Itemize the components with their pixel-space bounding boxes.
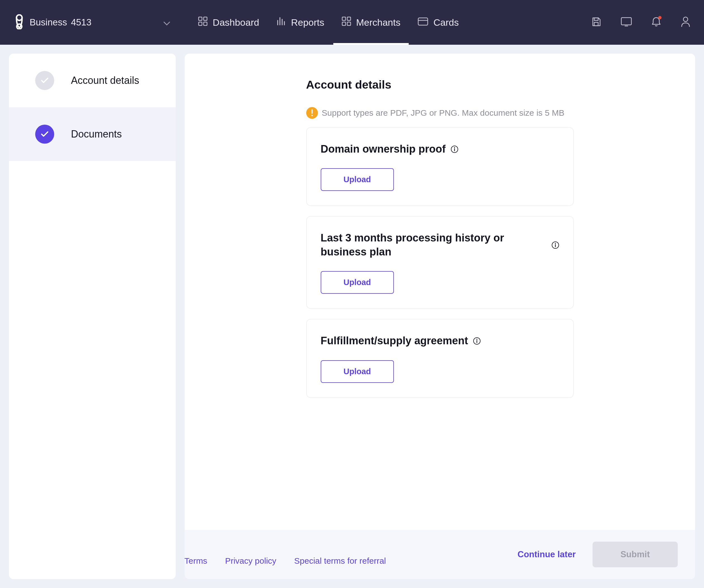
svg-rect-16 [594,18,598,20]
step-indicator-current [35,125,54,144]
footer-link-referral[interactable]: Special terms for referral [294,556,386,566]
svg-rect-2 [198,17,202,20]
nav-label: Reports [291,17,325,28]
upload-button[interactable]: Upload [321,168,394,191]
upload-card-domain: Domain ownership proof Upload [306,127,574,206]
business-label: Business [30,17,67,28]
upload-card-title: Fulfillment/supply agreement [321,334,559,348]
nav-cards[interactable]: Cards [418,0,459,45]
nav-label: Cards [433,17,459,28]
user-icon[interactable] [681,16,691,29]
svg-rect-3 [204,17,207,20]
notification-dot [658,16,661,19]
svg-point-27 [555,243,556,244]
info-icon[interactable] [551,241,559,249]
reports-icon [277,16,286,28]
svg-rect-18 [621,17,631,25]
upload-card-history: Last 3 months processing history or busi… [306,216,574,309]
nav-label: Merchants [356,17,401,28]
sidebar-item-documents[interactable]: Documents [9,107,176,161]
info-banner: Support types are PDF, JPG or PNG. Max d… [306,107,574,119]
svg-point-30 [477,339,478,340]
content-panel: Account details Support types are PDF, J… [185,54,695,579]
header: Business 4513 Dashboard [0,0,704,45]
step-indicator-completed [35,71,54,90]
svg-rect-13 [347,22,351,25]
svg-rect-17 [594,22,598,26]
svg-rect-21 [311,109,312,114]
svg-rect-12 [342,22,346,25]
merchants-icon [342,16,351,28]
svg-point-20 [683,17,688,21]
footer-link-privacy[interactable]: Privacy policy [225,556,276,566]
svg-rect-10 [342,17,346,20]
notification-icon[interactable] [651,16,661,28]
info-icon[interactable] [451,145,459,153]
svg-rect-4 [198,22,202,25]
header-actions [591,16,691,29]
info-icon[interactable] [473,337,481,345]
sidebar-item-account-details[interactable]: Account details [9,54,176,107]
page-title: Account details [306,78,574,91]
sidebar-item-label: Account details [71,74,139,86]
warning-icon [306,107,318,119]
nav-label: Dashboard [213,17,259,28]
chevron-down-icon [164,17,170,28]
upload-card-title: Last 3 months processing history or busi… [321,231,559,259]
page-footer: Terms Privacy policy Special terms for r… [184,556,386,566]
upload-button[interactable]: Upload [321,360,394,383]
monitor-icon[interactable] [621,17,632,28]
business-selector[interactable]: Business 4513 [30,17,170,28]
nav-reports[interactable]: Reports [277,0,325,45]
nav-items: Dashboard Reports [198,0,459,45]
continue-later-button[interactable]: Continue later [518,549,576,559]
upload-button[interactable]: Upload [321,271,394,294]
nav-merchants[interactable]: Merchants [342,0,401,45]
svg-point-22 [311,115,312,116]
svg-rect-5 [204,22,207,25]
content-body: Account details Support types are PDF, J… [185,54,695,530]
submit-button[interactable]: Submit [593,542,678,567]
dashboard-icon [198,16,208,28]
content-footer: Continue later Submit [185,530,695,579]
svg-rect-11 [347,17,351,20]
logo [13,14,25,31]
cards-icon [418,17,428,28]
sidebar: Account details Documents [9,54,176,579]
footer-link-terms[interactable]: Terms [184,556,207,566]
svg-point-24 [454,147,455,148]
upload-card-agreement: Fulfillment/supply agreement Upload [306,319,574,398]
nav-dashboard[interactable]: Dashboard [198,0,259,45]
info-text: Support types are PDF, JPG or PNG. Max d… [322,108,565,118]
save-icon[interactable] [591,17,601,28]
svg-rect-14 [418,18,428,25]
sidebar-item-label: Documents [71,128,122,140]
business-id: 4513 [71,17,91,28]
upload-card-title: Domain ownership proof [321,142,559,156]
svg-point-0 [16,15,22,20]
